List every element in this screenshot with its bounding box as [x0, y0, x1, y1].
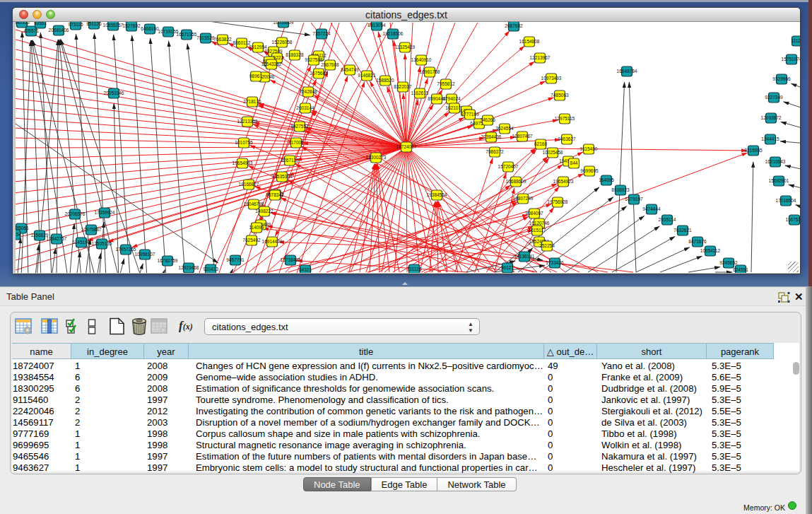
svg-text:19654923: 19654923 [553, 179, 574, 184]
svg-text:10807487: 10807487 [512, 134, 533, 139]
svg-text:62160: 62160 [534, 141, 547, 146]
svg-text:20206576: 20206576 [65, 211, 86, 216]
svg-text:8215955: 8215955 [744, 148, 763, 153]
svg-text:2718176: 2718176 [243, 99, 261, 104]
svg-text:10958107: 10958107 [135, 252, 155, 257]
svg-text:164095: 164095 [599, 177, 614, 182]
svg-text:19166827: 19166827 [239, 182, 259, 187]
svg-text:9146821: 9146821 [358, 73, 376, 78]
svg-text:16961758: 16961758 [420, 69, 440, 74]
svg-text:920413: 920413 [203, 267, 218, 271]
svg-text:731125: 731125 [406, 267, 422, 271]
svg-text:9777169: 9777169 [461, 112, 479, 117]
svg-text:2867608: 2867608 [321, 62, 339, 67]
svg-text:7485063: 7485063 [551, 93, 569, 98]
svg-text:19218506: 19218506 [383, 31, 404, 36]
svg-text:16120746: 16120746 [529, 221, 550, 226]
svg-text:8860112: 8860112 [233, 40, 251, 45]
svg-text:9463627: 9463627 [558, 136, 576, 141]
svg-text:6466160: 6466160 [141, 26, 159, 31]
svg-text:16053809: 16053809 [273, 22, 294, 25]
svg-text:15751074: 15751074 [782, 57, 800, 62]
svg-text:252254: 252254 [539, 243, 555, 248]
svg-text:405571: 405571 [23, 28, 39, 33]
svg-text:10025458: 10025458 [543, 150, 563, 155]
svg-text:7515526: 7515526 [196, 35, 215, 40]
svg-text:417006: 417006 [288, 140, 304, 145]
svg-text:16914479: 16914479 [262, 239, 283, 244]
svg-text:84321: 84321 [299, 267, 312, 272]
svg-text:12505135: 12505135 [92, 241, 112, 246]
svg-text:16154808: 16154808 [519, 39, 540, 44]
svg-text:17359924: 17359924 [95, 210, 115, 215]
svg-text:8578342: 8578342 [266, 192, 284, 197]
svg-text:851126: 851126 [86, 22, 102, 26]
svg-text:1145194: 1145194 [73, 240, 90, 245]
svg-text:1167533: 1167533 [786, 217, 800, 222]
svg-text:12213369: 12213369 [237, 119, 258, 124]
svg-text:15692901: 15692901 [769, 178, 789, 183]
svg-text:9474444: 9474444 [642, 206, 661, 211]
svg-text:12975115: 12975115 [555, 116, 575, 121]
svg-text:10973493: 10973493 [541, 76, 562, 81]
svg-text:10655267: 10655267 [103, 23, 124, 28]
svg-text:1588520: 1588520 [376, 78, 394, 83]
svg-text:18300273: 18300273 [366, 155, 387, 160]
svg-text:9329966: 9329966 [772, 76, 791, 81]
svg-text:2603144: 2603144 [296, 105, 314, 110]
svg-text:15716485: 15716485 [281, 257, 301, 262]
svg-text:9699695: 9699695 [580, 168, 599, 173]
svg-text:16671355: 16671355 [177, 32, 197, 37]
svg-text:13535394: 13535394 [272, 174, 293, 179]
svg-text:18724007: 18724007 [396, 144, 417, 149]
svg-text:11325419: 11325419 [395, 45, 416, 49]
svg-text:8186328: 8186328 [286, 52, 304, 57]
svg-text:12942757: 12942757 [47, 236, 67, 241]
svg-text:1498222: 1498222 [255, 209, 273, 214]
svg-text:9457791: 9457791 [226, 257, 245, 262]
svg-text:8427552: 8427552 [290, 124, 309, 129]
svg-text:16543382: 16543382 [261, 62, 282, 66]
svg-text:15226058: 15226058 [272, 40, 293, 45]
svg-text:8813054: 8813054 [367, 23, 386, 28]
svg-text:9084067: 9084067 [525, 211, 543, 216]
svg-text:20053346: 20053346 [104, 90, 124, 95]
svg-text:11121: 11121 [791, 38, 800, 43]
svg-text:14136141: 14136141 [514, 254, 535, 259]
svg-text:12093872: 12093872 [761, 115, 782, 120]
svg-text:12213967: 12213967 [530, 55, 551, 60]
svg-text:1615117: 1615117 [529, 228, 546, 233]
svg-text:1527602: 1527602 [122, 23, 141, 28]
svg-text:2687682: 2687682 [505, 23, 523, 28]
svg-text:20691406: 20691406 [49, 28, 69, 33]
svg-text:16648784: 16648784 [617, 69, 637, 74]
svg-text:7955812: 7955812 [437, 81, 455, 86]
svg-text:6379197: 6379197 [625, 197, 643, 201]
svg-text:10975887: 10975887 [81, 227, 102, 232]
svg-text:9327508: 9327508 [305, 57, 323, 62]
svg-text:1162615: 1162615 [411, 90, 429, 95]
svg-text:9245652: 9245652 [719, 260, 738, 265]
svg-text:20364436: 20364436 [481, 134, 502, 139]
svg-text:7632621: 7632621 [673, 228, 692, 233]
svg-text:8267110: 8267110 [281, 158, 299, 163]
svg-text:16210643: 16210643 [765, 159, 786, 164]
svg-text:746266: 746266 [480, 117, 495, 122]
svg-text:19384554: 19384554 [427, 192, 447, 197]
svg-text:844: 844 [570, 160, 578, 165]
svg-text:93551: 93551 [34, 22, 47, 25]
svg-text:8938923: 8938923 [611, 187, 630, 192]
svg-text:17016504: 17016504 [776, 198, 796, 203]
svg-text:1733426: 1733426 [546, 260, 564, 265]
svg-text:15720407: 15720407 [498, 164, 519, 169]
svg-text:8322037: 8322037 [394, 84, 412, 89]
svg-text:16782759: 16782759 [158, 258, 178, 263]
svg-text:39154: 39154 [16, 232, 21, 237]
svg-text:8471676: 8471676 [688, 239, 707, 244]
svg-text:7357224: 7357224 [312, 31, 331, 36]
svg-text:7986372: 7986372 [486, 149, 504, 154]
svg-text:2935114: 2935114 [659, 217, 676, 222]
svg-text:1244415: 1244415 [761, 136, 779, 141]
svg-text:18807249: 18807249 [513, 196, 534, 201]
svg-text:7625402: 7625402 [242, 238, 261, 243]
